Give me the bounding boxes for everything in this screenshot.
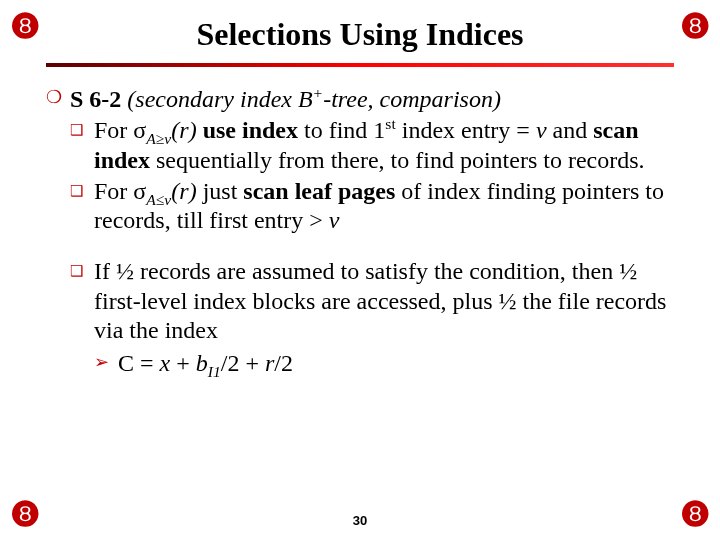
b1-and: and xyxy=(547,117,594,143)
b1-mid2: to find 1 xyxy=(298,117,385,143)
cost-c: C = xyxy=(118,350,160,376)
cost-half2: /2 xyxy=(274,350,293,376)
list-item: ❍ S 6-2 (secondary index B+-tree, compar… xyxy=(46,85,674,114)
s62-desc-open: (secondary index B xyxy=(121,86,312,112)
sigma-icon: σ xyxy=(133,178,146,204)
cost-r: r xyxy=(265,350,274,376)
arrow-icon: ➢ xyxy=(94,352,109,374)
s62-desc-sup: + xyxy=(313,84,324,101)
page-number: 30 xyxy=(0,513,720,528)
corner-icon-tr: ❽ xyxy=(680,6,710,46)
bullet-q-icon: ❑ xyxy=(70,262,83,280)
b1-useindex: use index xyxy=(197,117,298,143)
slide: ❽ ❽ ❽ ❽ Selections Using Indices ❍ S 6-2… xyxy=(0,0,720,540)
cost-plus1: + xyxy=(170,350,196,376)
bullet-m-icon: ❍ xyxy=(46,87,62,109)
b2-v: v xyxy=(323,207,340,233)
sigma2-r: (r) xyxy=(171,178,196,204)
corner-icon-tl: ❽ xyxy=(10,6,40,46)
s62-label: S 6-2 xyxy=(70,86,121,112)
sigma-icon: σ xyxy=(133,117,146,143)
slide-body: ❍ S 6-2 (secondary index B+-tree, compar… xyxy=(46,85,674,378)
sigma1-r: (r) xyxy=(171,117,196,143)
gt-icon: > xyxy=(309,207,323,233)
b1-st: st xyxy=(385,115,395,132)
cost-bsub: I1 xyxy=(208,363,221,380)
bullet-q-icon: ❑ xyxy=(70,121,83,139)
b3-text: If ½ records are assumed to satisfy the … xyxy=(94,258,666,343)
b2-scan: scan leaf pages xyxy=(243,178,395,204)
list-item: ➢ C = x + bI1/2 + r/2 xyxy=(46,349,674,378)
list-item: ❑ For σA≤v(r) just scan leaf pages of in… xyxy=(46,177,674,236)
list-item: ❑ For σA≥v(r) use index to find 1st inde… xyxy=(46,116,674,175)
b1-tail: sequentially from there, to find pointer… xyxy=(150,147,645,173)
b2-mid: just xyxy=(197,178,244,204)
b2-for: For xyxy=(94,178,133,204)
cost-half1: /2 + xyxy=(221,350,265,376)
sigma2-sub: A≤v xyxy=(146,191,171,208)
s62-desc-close: -tree, comparison) xyxy=(323,86,501,112)
b1-mid3: index entry = xyxy=(396,117,536,143)
spacer xyxy=(46,235,674,255)
cost-b: b xyxy=(196,350,208,376)
b1-for: For xyxy=(94,117,133,143)
sigma1-sub: A≥v xyxy=(146,130,171,147)
list-item: ❑ If ½ records are assumed to satisfy th… xyxy=(46,257,674,345)
b1-v: v xyxy=(536,117,547,143)
cost-x: x xyxy=(160,350,171,376)
slide-title: Selections Using Indices xyxy=(46,16,674,53)
bullet-q-icon: ❑ xyxy=(70,182,83,200)
title-rule xyxy=(46,63,674,67)
